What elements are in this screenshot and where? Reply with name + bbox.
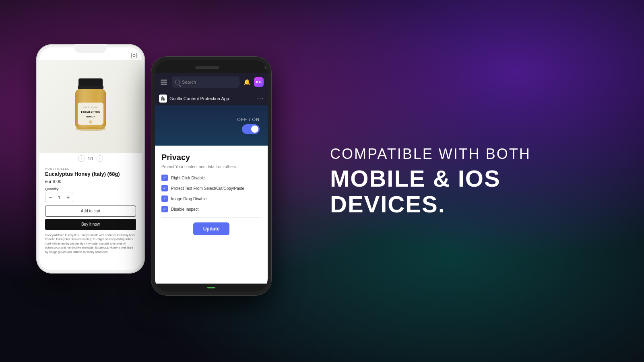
- checkbox-3[interactable]: ✓: [161, 195, 168, 202]
- product-description: Honeymill Pure Eucalyptus Honey is made …: [45, 233, 136, 255]
- privacy-divider: [161, 217, 261, 218]
- camera: [264, 66, 268, 69]
- checkbox-2[interactable]: ✓: [161, 185, 168, 191]
- toggle-knob: [251, 125, 258, 133]
- privacy-item-label-1: Right Click Disable: [171, 176, 205, 180]
- left-phone: 100% PURE EUCALYPTUS HONEY: [36, 44, 145, 274]
- topbar-icon: [131, 53, 137, 58]
- search-text: Search: [182, 80, 196, 84]
- privacy-item-4: ✓ Disable Inspect: [161, 206, 261, 212]
- hamburger-line-3: [161, 84, 167, 84]
- hamburger-menu[interactable]: [159, 78, 169, 86]
- svg-text:100% PURE: 100% PURE: [83, 106, 98, 109]
- app-header-row: 🦍 Gorilla Content Protection App ···: [155, 91, 268, 105]
- carousel-prev[interactable]: ‹: [78, 155, 85, 162]
- search-icon: [175, 80, 180, 84]
- privacy-item-label-4: Disable Inspect: [171, 207, 198, 212]
- carousel-next[interactable]: ›: [97, 155, 103, 162]
- check-icon-4: ✓: [163, 207, 166, 211]
- svg-point-11: [89, 120, 92, 123]
- checkbox-4[interactable]: ✓: [161, 206, 168, 212]
- product-image-area: 100% PURE EUCALYPTUS HONEY: [39, 60, 142, 153]
- quantity-label: Quantity: [45, 187, 136, 191]
- check-icon-2: ✓: [163, 186, 166, 190]
- app-name: Gorilla Content Protection App: [169, 96, 255, 101]
- privacy-item-label-3: Image Drag Disable: [171, 197, 206, 201]
- search-bar[interactable]: Search: [172, 76, 239, 88]
- check-icon-1: ✓: [163, 176, 166, 180]
- buy-it-now-button[interactable]: Buy it now: [45, 219, 136, 230]
- app-icon: 🦍: [159, 95, 167, 103]
- left-phone-screen: 100% PURE EUCALYPTUS HONEY: [39, 47, 142, 270]
- check-icon-3: ✓: [163, 197, 166, 201]
- left-phone-notch: [74, 44, 107, 53]
- quantity-increase[interactable]: +: [63, 193, 73, 202]
- text-section: COMPATIBLE WITH BOTH MOBILE & IOS DEVICE…: [330, 145, 612, 217]
- privacy-subtitle: Protect Your content and data from other…: [161, 165, 261, 169]
- quantity-decrease[interactable]: −: [45, 193, 55, 202]
- more-options-button[interactable]: ···: [257, 95, 264, 102]
- svg-rect-4: [78, 86, 103, 89]
- privacy-item-3: ✓ Image Drag Disable: [161, 195, 261, 202]
- bottom-indicator: [155, 284, 268, 292]
- product-brand: HONEYMILLED: [45, 167, 136, 170]
- update-button[interactable]: Update: [193, 222, 229, 235]
- right-phone-notch: [155, 60, 268, 73]
- privacy-item-1: ✓ Right Click Disable: [161, 175, 261, 181]
- quantity-control: − 1 +: [45, 193, 73, 202]
- dark-phone-content: OFF / ON Privacy Protect Your content an…: [155, 105, 268, 292]
- carousel-page: 1/1: [88, 156, 93, 161]
- carousel-nav: ‹ 1/1 ›: [39, 153, 142, 164]
- toggle-switch[interactable]: [242, 124, 260, 134]
- hamburger-line-2: [161, 82, 167, 82]
- user-avatar[interactable]: KG: [254, 77, 264, 87]
- speaker: [195, 66, 219, 69]
- notification-bell[interactable]: 🔔: [243, 78, 251, 86]
- dark-phone-navbar: Search 🔔 KG: [155, 73, 268, 91]
- toggle-label: OFF / ON: [237, 117, 260, 122]
- bottom-dot: [207, 287, 215, 288]
- privacy-item-label-2: Protect Text From Select/Cut/Copy/Paste: [171, 186, 244, 191]
- product-details: HONEYMILLED Eucalyptus Honey (Italy) (68…: [39, 164, 142, 270]
- right-phone-inner: Search 🔔 KG 🦍 Gorilla Content Protection…: [155, 60, 268, 292]
- honey-jar-image: 100% PURE EUCALYPTUS HONEY: [66, 74, 115, 139]
- mobile-ios-text: MOBILE & IOS DEVICES.: [330, 166, 612, 217]
- compatible-text: COMPATIBLE WITH BOTH: [330, 145, 612, 162]
- right-phone: Search 🔔 KG 🦍 Gorilla Content Protection…: [151, 56, 272, 296]
- add-to-cart-button[interactable]: Add to cart: [45, 206, 136, 217]
- quantity-value: 1: [55, 195, 63, 200]
- svg-point-12: [75, 127, 106, 131]
- hamburger-line-1: [161, 80, 167, 80]
- privacy-item-2: ✓ Protect Text From Select/Cut/Copy/Past…: [161, 185, 261, 191]
- app-icon-emoji: 🦍: [161, 96, 165, 101]
- product-price: eur 8.00: [45, 179, 136, 184]
- svg-text:EUCALYPTUS: EUCALYPTUS: [81, 111, 100, 113]
- privacy-title: Privacy: [161, 153, 261, 162]
- checkbox-1[interactable]: ✓: [161, 175, 168, 181]
- product-name: Eucalyptus Honey (Italy) (68g): [45, 171, 136, 178]
- privacy-panel: Privacy Protect Your content and data fr…: [155, 146, 268, 284]
- toggle-area: OFF / ON: [155, 105, 268, 146]
- svg-text:HONEY: HONEY: [86, 115, 95, 118]
